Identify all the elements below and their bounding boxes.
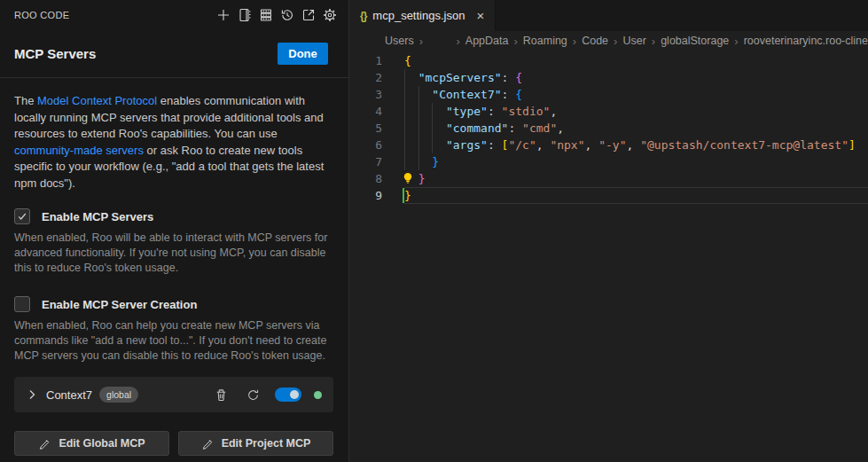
gear-icon[interactable] (323, 8, 337, 22)
mcp-servers-icon[interactable] (259, 8, 273, 22)
enable-mcp-creation-label: Enable MCP Server Creation (42, 298, 197, 311)
community-made-servers-link[interactable]: community-made servers (14, 144, 144, 157)
tab-mcp-settings-json[interactable]: {} mcp_settings.json × (349, 0, 496, 31)
edit-global-mcp-label: Edit Global MCP (59, 437, 145, 450)
code-line[interactable]: 9} (349, 187, 868, 204)
code-token: , (585, 138, 599, 152)
edit-project-mcp-button[interactable]: Edit Project MCP (178, 431, 333, 456)
enable-mcp-creation-row: Enable MCP Server Creation (14, 296, 333, 312)
line-number[interactable]: 4 (349, 103, 382, 120)
delete-server-icon[interactable] (215, 388, 228, 402)
code-token: ] (848, 138, 856, 152)
code-line[interactable]: 3 "Context7": { (349, 86, 868, 103)
app-window: ROO CODE MCP Servers Done (0, 0, 868, 462)
code-line[interactable]: 5 "command": "cmd", (349, 120, 868, 137)
enable-mcp-servers-row: Enable MCP Servers (14, 208, 333, 224)
indent-guide (404, 120, 405, 137)
enable-mcp-creation-description: When enabled, Roo can help you create ne… (14, 318, 333, 364)
breadcrumb-item[interactable]: User (622, 35, 645, 47)
model-context-protocol-link[interactable]: Model Context Protocol (37, 94, 157, 107)
checkmark-icon (17, 211, 27, 222)
line-number[interactable]: 1 (349, 52, 382, 69)
breadcrumb-item[interactable]: Roaming (523, 35, 567, 47)
edit-global-mcp-button[interactable]: Edit Global MCP (14, 431, 169, 456)
code-token: } (432, 155, 439, 168)
close-tab-icon[interactable]: × (476, 8, 484, 23)
breadcrumb-item[interactable]: AppData (465, 35, 509, 47)
breadcrumb-item[interactable]: rooveterinaryinc.roo-cline (744, 35, 868, 47)
code-token: } (418, 172, 426, 185)
indent-guide (432, 103, 433, 120)
enable-mcp-creation-checkbox[interactable] (14, 296, 30, 312)
code-line[interactable]: 4 "type": "stdio", (349, 103, 868, 120)
code-token: : (488, 138, 502, 152)
indent-guide (418, 86, 419, 103)
code-token: { (515, 88, 522, 101)
line-number[interactable]: 5 (349, 120, 382, 137)
breadcrumb-item[interactable]: globalStorage (661, 35, 729, 47)
code-line[interactable]: 6 "args": ["/c", "npx", "-y", "@upstash/… (349, 137, 868, 153)
code-line[interactable]: 7 } (349, 153, 868, 170)
code-token: "npx" (550, 138, 584, 152)
breadcrumb-separator-icon: › (652, 35, 655, 48)
line-number[interactable]: 3 (349, 86, 382, 103)
server-scope-badge: global (99, 387, 138, 403)
enable-mcp-servers-checkbox[interactable] (14, 208, 30, 224)
description-text: The (14, 94, 37, 107)
breadcrumb-item[interactable]: Users (385, 35, 414, 47)
code-token: "mcpServers" (418, 71, 502, 84)
panel-titlebar: ROO CODE (0, 0, 348, 29)
indent-guide (404, 86, 405, 103)
code-line[interactable]: 1{ (349, 52, 868, 69)
indent-guide (404, 153, 405, 170)
restart-server-icon[interactable] (246, 388, 260, 402)
mcp-footer: Edit Global MCP Edit Project MCP (14, 431, 333, 456)
line-number[interactable]: 2 (349, 69, 382, 86)
code-line[interactable]: 8 } (349, 170, 868, 187)
breadcrumb-separator-icon: › (573, 35, 576, 48)
panel-title: ROO CODE (14, 10, 69, 20)
code-token: , (536, 138, 551, 152)
code-token: "stdio" (502, 105, 551, 118)
tab-title: mcp_settings.json (372, 9, 465, 22)
breadcrumb-item[interactable]: Code (582, 35, 608, 47)
line-number[interactable]: 6 (349, 137, 382, 153)
code-token: "command" (446, 121, 508, 135)
enable-mcp-servers-label: Enable MCP Servers (42, 210, 153, 223)
code-token: "@upstash/context7-mcp@latest" (640, 138, 848, 152)
code-editor[interactable]: 1{2 "mcpServers": {3 "Context7": {4 "typ… (349, 51, 868, 204)
code-token: "cmd" (522, 121, 557, 135)
code-line[interactable]: 2 "mcpServers": { (349, 69, 868, 86)
code-token: : (488, 105, 502, 118)
code-token (404, 105, 446, 118)
panel-toolbar (216, 8, 337, 22)
line-number[interactable]: 8 (349, 170, 382, 187)
done-button[interactable]: Done (278, 43, 328, 65)
server-row-context7[interactable]: Context7 global (14, 377, 333, 412)
mcp-content: The Model Context Protocol enables commu… (0, 78, 348, 456)
page-title: MCP Servers (14, 46, 96, 61)
code-token: , (550, 105, 557, 118)
edit-project-mcp-label: Edit Project MCP (222, 437, 311, 450)
open-external-icon[interactable] (301, 8, 316, 22)
chevron-right-icon[interactable] (25, 388, 39, 402)
plus-icon[interactable] (216, 8, 231, 22)
breadcrumb: Users››AppData›Roaming›Code›User›globalS… (349, 31, 868, 51)
indent-guide (418, 153, 419, 170)
code-token: "-y" (598, 138, 626, 152)
history-icon[interactable] (280, 8, 294, 22)
code-token: } (404, 189, 411, 202)
breadcrumb-separator-icon: › (513, 35, 517, 48)
indent-guide (432, 137, 433, 153)
mcp-description: The Model Context Protocol enables commu… (14, 93, 333, 192)
pencil-icon (201, 437, 214, 450)
code-token: { (404, 54, 411, 67)
notebook-icon[interactable] (238, 8, 252, 22)
line-number[interactable]: 7 (349, 153, 382, 170)
code-token: , (627, 138, 641, 152)
server-enabled-toggle[interactable] (275, 388, 301, 402)
lightbulb-icon[interactable] (401, 171, 415, 185)
tab-bar: {} mcp_settings.json × (349, 0, 868, 31)
code-token: : (502, 71, 516, 84)
line-number[interactable]: 9 (349, 187, 382, 204)
